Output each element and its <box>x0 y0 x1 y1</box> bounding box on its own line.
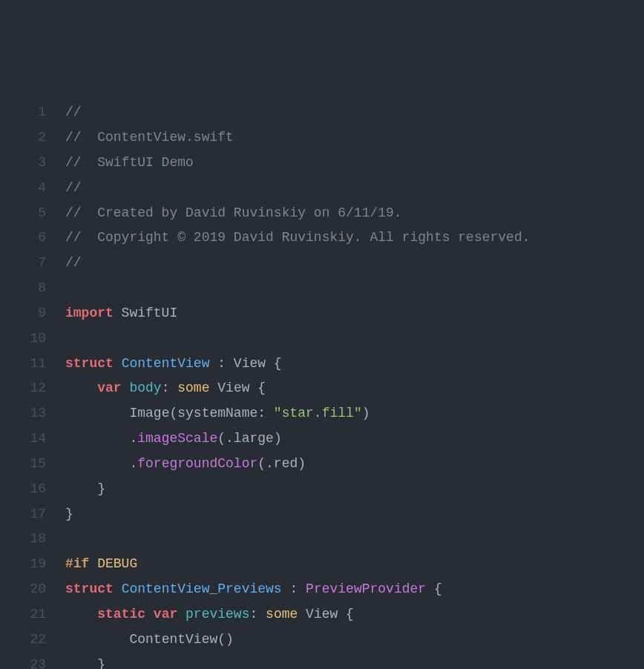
code-content[interactable]: } <box>65 502 644 527</box>
code-token: ContentView() <box>65 632 234 647</box>
line-number: 12 <box>0 376 65 401</box>
code-content[interactable]: // Created by David Ruvinskiy on 6/11/19… <box>65 201 644 226</box>
line-number: 8 <box>0 276 65 301</box>
code-token: (.red) <box>257 456 306 471</box>
code-line[interactable]: 16 } <box>0 477 644 502</box>
code-content[interactable]: import SwiftUI <box>65 301 644 326</box>
code-line[interactable]: 3// SwiftUI Demo <box>0 151 644 176</box>
code-line[interactable]: 17} <box>0 502 644 527</box>
line-number: 5 <box>0 201 65 226</box>
code-token <box>145 607 154 622</box>
code-token: // <box>65 105 82 119</box>
code-line[interactable]: 20struct ContentView_Previews : PreviewP… <box>0 577 644 602</box>
line-number: 16 <box>0 477 65 502</box>
code-token: some <box>177 380 209 395</box>
code-content[interactable]: #if DEBUG <box>65 552 644 577</box>
code-line[interactable]: 10 <box>0 326 644 352</box>
code-content[interactable]: .imageScale(.large) <box>65 426 644 452</box>
code-token: : View { <box>209 356 281 371</box>
code-line[interactable]: 4// <box>0 176 644 201</box>
code-line[interactable]: 15 .foregroundColor(.red) <box>0 452 644 477</box>
code-line[interactable]: 21 static var previews: some View { <box>0 602 644 627</box>
code-line[interactable]: 11struct ContentView : View { <box>0 352 644 377</box>
code-token: { <box>426 581 442 596</box>
code-token <box>122 380 130 395</box>
line-number: 21 <box>0 602 65 627</box>
line-number: 4 <box>0 176 65 201</box>
code-token: imageScale <box>137 431 217 446</box>
line-number: 7 <box>0 251 65 276</box>
code-token: // Copyright © 2019 David Ruvinskiy. All… <box>65 230 530 245</box>
code-content[interactable]: // ContentView.swift <box>65 125 644 151</box>
code-line[interactable]: 2// ContentView.swift <box>0 125 644 151</box>
line-number: 2 <box>0 125 65 151</box>
code-token: struct <box>65 581 114 596</box>
code-line[interactable]: 22 ContentView() <box>0 627 644 653</box>
code-token: static <box>97 607 145 622</box>
code-content[interactable]: struct ContentView : View { <box>65 352 644 377</box>
line-number: 20 <box>0 577 65 602</box>
code-token: #if <box>65 556 89 571</box>
code-line[interactable]: 6// Copyright © 2019 David Ruvinskiy. Al… <box>0 225 644 251</box>
code-token: : <box>249 607 266 622</box>
code-line[interactable]: 14 .imageScale(.large) <box>0 426 644 452</box>
line-number: 22 <box>0 627 65 653</box>
code-line[interactable]: 19#if DEBUG <box>0 552 644 577</box>
code-token: // <box>65 180 82 195</box>
code-token <box>89 556 97 571</box>
code-token: : <box>282 581 306 596</box>
code-content[interactable]: static var previews: some View { <box>65 602 644 627</box>
code-line[interactable]: 5// Created by David Ruvinskiy on 6/11/1… <box>0 201 644 226</box>
code-content[interactable]: } <box>65 653 644 669</box>
code-token: ContentView_Previews <box>122 581 282 596</box>
line-number: 17 <box>0 502 65 527</box>
code-token <box>114 356 122 371</box>
code-token <box>65 380 97 395</box>
line-number: 23 <box>0 653 65 669</box>
code-content[interactable]: // <box>65 176 644 201</box>
code-content[interactable]: } <box>65 477 644 502</box>
code-token <box>65 607 97 622</box>
code-line[interactable]: 12 var body: some View { <box>0 376 644 401</box>
code-token: Image(systemName: <box>65 406 274 421</box>
code-content[interactable]: // SwiftUI Demo <box>65 151 644 176</box>
code-content[interactable]: struct ContentView_Previews : PreviewPro… <box>65 577 644 602</box>
code-token: // SwiftUI Demo <box>65 155 194 170</box>
code-token: SwiftUI <box>114 306 177 320</box>
code-content[interactable]: Image(systemName: "star.fill") <box>65 401 644 426</box>
code-line[interactable]: 9import SwiftUI <box>0 301 644 326</box>
code-token: some <box>266 607 298 622</box>
line-number: 1 <box>0 100 65 125</box>
code-token: } <box>65 507 73 521</box>
code-token: previews <box>185 607 249 622</box>
line-number: 15 <box>0 452 65 477</box>
code-line[interactable]: 1// <box>0 100 644 125</box>
code-token: . <box>65 456 137 471</box>
line-number: 9 <box>0 301 65 326</box>
code-line[interactable]: 18 <box>0 527 644 552</box>
code-content[interactable]: // Copyright © 2019 David Ruvinskiy. All… <box>65 225 644 251</box>
code-token: import <box>65 306 114 320</box>
code-content[interactable]: .foregroundColor(.red) <box>65 452 644 477</box>
code-token: . <box>65 431 137 446</box>
code-token: View { <box>209 380 266 395</box>
code-editor[interactable]: 1//2// ContentView.swift3// SwiftUI Demo… <box>0 100 644 669</box>
code-line[interactable]: 7// <box>0 251 644 276</box>
code-token: PreviewProvider <box>306 581 426 596</box>
line-number: 13 <box>0 401 65 426</box>
code-content[interactable]: // <box>65 251 644 276</box>
code-content[interactable]: var body: some View { <box>65 376 644 401</box>
code-token <box>177 607 185 622</box>
code-token: View { <box>298 607 354 622</box>
code-content[interactable]: ContentView() <box>65 627 644 653</box>
line-number: 10 <box>0 326 65 352</box>
code-line[interactable]: 13 Image(systemName: "star.fill") <box>0 401 644 426</box>
code-line[interactable]: 8 <box>0 276 644 301</box>
code-token: (.large) <box>217 431 281 446</box>
code-content[interactable]: // <box>65 100 644 125</box>
code-token: foregroundColor <box>137 456 257 471</box>
code-line[interactable]: 23 } <box>0 653 644 669</box>
code-token: var <box>154 607 177 622</box>
line-number: 11 <box>0 352 65 377</box>
code-token: } <box>65 657 105 669</box>
